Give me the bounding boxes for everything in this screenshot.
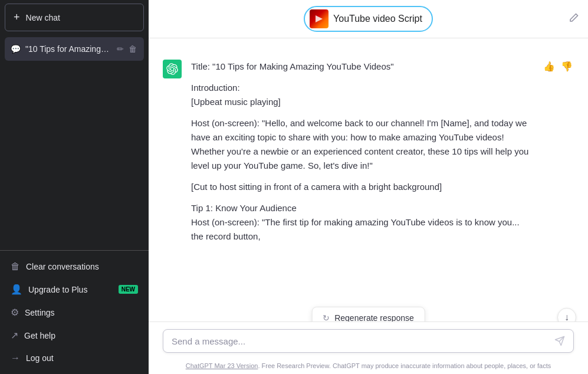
header-title: YouTube video Script <box>333 14 422 24</box>
sidebar-item-help[interactable]: ↗ Get help <box>5 324 144 347</box>
video-thumbnail <box>310 9 329 28</box>
settings-icon: ⚙ <box>11 307 19 318</box>
new-badge: NEW <box>119 285 138 294</box>
conversation-title: "10 Tips for Amazing Yo <box>25 44 111 54</box>
sidebar-item-settings[interactable]: ⚙ Settings <box>5 301 144 324</box>
sidebar-item-clear[interactable]: 🗑 Clear conversations <box>5 255 144 278</box>
msg-p1: Title: "10 Tips for Making Amazing YouTu… <box>191 60 533 74</box>
header-title-wrap: YouTube video Script <box>304 6 433 32</box>
sidebar-item-logout[interactable]: → Log out <box>5 347 144 369</box>
footer-note: ChatGPT Mar 23 Version. Free Research Pr… <box>149 360 588 374</box>
sidebar-item-label-logout: Log out <box>26 353 54 363</box>
send-button[interactable] <box>554 336 565 346</box>
send-icon <box>554 336 565 346</box>
plus-icon: + <box>14 11 20 24</box>
chat-area: Title: "10 Tips for Making Amazing YouTu… <box>149 38 588 321</box>
sidebar-item-label-help: Get help <box>24 331 55 340</box>
conversation-list: 💬 "10 Tips for Amazing Yo ✏ 🗑 <box>0 35 149 250</box>
sidebar-bottom: 🗑 Clear conversations 👤 Upgrade to Plus … <box>0 250 149 374</box>
sidebar-item-label-upgrade: Upgrade to Plus <box>28 285 87 294</box>
chat-input[interactable] <box>172 336 554 346</box>
conversation-item[interactable]: 💬 "10 Tips for Amazing Yo ✏ 🗑 <box>5 37 144 61</box>
help-icon: ↗ <box>11 330 18 341</box>
footer-text: . Free Research Preview. ChatGPT may pro… <box>258 362 551 369</box>
msg-p3: Host (on-screen): "Hello, and welcome ba… <box>191 116 533 173</box>
header: YouTube video Script <box>149 0 588 38</box>
footer-link[interactable]: ChatGPT Mar 23 Version <box>186 362 258 369</box>
msg-p5: Tip 1: Know Your AudienceHost (on-screen… <box>191 201 533 244</box>
chat-icon: 💬 <box>11 44 21 54</box>
msg-p4: [Cut to host sitting in front of a camer… <box>191 180 533 194</box>
user-icon: 👤 <box>11 284 22 295</box>
edit-icon <box>569 13 579 22</box>
openai-logo <box>166 63 178 75</box>
assistant-avatar <box>163 60 182 78</box>
new-chat-button[interactable]: + New chat <box>5 4 144 31</box>
header-edit-button[interactable] <box>569 13 579 25</box>
thumbs-up-button[interactable]: 👍 <box>542 60 556 73</box>
sidebar-item-upgrade[interactable]: 👤 Upgrade to Plus NEW <box>5 278 144 301</box>
input-wrapper <box>163 329 574 353</box>
main-content: YouTube video Script Title: "10 Tips for… <box>149 0 588 374</box>
message-text: Title: "10 Tips for Making Amazing YouTu… <box>191 60 533 244</box>
msg-p2: Introduction:[Upbeat music playing] <box>191 81 533 109</box>
trash-icon: 🗑 <box>11 261 20 272</box>
thumbs-down-button[interactable]: 👎 <box>560 60 574 73</box>
sidebar-item-label-settings: Settings <box>25 308 55 317</box>
logout-icon: → <box>11 353 20 363</box>
sidebar: + New chat 💬 "10 Tips for Amazing Yo ✏ 🗑… <box>0 0 149 374</box>
message-actions: 👍 👎 <box>542 60 574 73</box>
assistant-message: Title: "10 Tips for Making Amazing YouTu… <box>149 50 588 253</box>
rename-button[interactable]: ✏ <box>116 43 125 55</box>
delete-button[interactable]: 🗑 <box>127 43 138 55</box>
conv-actions: ✏ 🗑 <box>116 43 138 55</box>
new-chat-label: New chat <box>26 13 60 22</box>
sidebar-item-label-clear: Clear conversations <box>26 262 99 271</box>
input-area <box>149 321 588 360</box>
